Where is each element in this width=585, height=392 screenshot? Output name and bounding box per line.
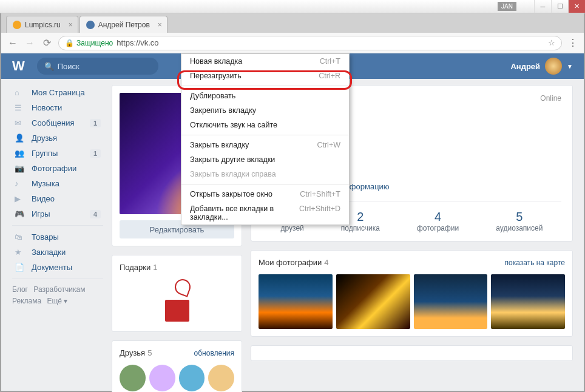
friends-icon: 👤	[15, 133, 25, 143]
shortcut: Ctrl+W	[317, 141, 340, 149]
stat-item[interactable]: 4фотографии	[417, 210, 459, 232]
photos-block: Мои фотографии 4 показать на карте	[251, 250, 573, 337]
menu-item: Закрыть вкладки справа	[181, 167, 349, 181]
forward-icon[interactable]: →	[24, 38, 35, 49]
favicon	[13, 21, 21, 29]
user-badge: JAN	[498, 2, 516, 11]
block-title[interactable]: Подарки 1	[120, 263, 234, 272]
fav-icon: ★	[15, 248, 25, 257]
tab-lumpics[interactable]: Lumpics.ru ×	[6, 16, 78, 33]
video-icon: ▶	[15, 194, 25, 203]
tab-title: Lumpics.ru	[25, 21, 61, 29]
docs-icon: 📄	[15, 263, 25, 272]
stat-item[interactable]: 5аудиозаписей	[496, 210, 543, 232]
market-icon: 🛍	[15, 232, 25, 242]
maximize-button[interactable]: ☐	[551, 0, 568, 13]
footer-link[interactable]: Реклама	[12, 297, 41, 305]
close-icon[interactable]: ×	[69, 21, 73, 29]
friend-avatar[interactable]	[179, 365, 205, 391]
menu-item[interactable]: Открыть закрытое окноCtrl+Shift+T	[181, 187, 349, 201]
menu-item[interactable]: Закрыть другие вкладки	[181, 152, 349, 167]
show-on-map-link[interactable]: показать на карте	[505, 259, 566, 267]
chevron-down-icon: ▼	[567, 63, 573, 70]
sidebar-item[interactable]: 👤Друзья	[12, 130, 103, 146]
friend-avatar[interactable]	[120, 365, 146, 391]
friend-avatar[interactable]	[208, 365, 234, 391]
bookmark-icon[interactable]: ☆	[548, 38, 555, 47]
menu-item[interactable]: Новая вкладкаCtrl+T	[181, 54, 349, 69]
msg-icon: ✉	[15, 118, 25, 127]
footer-link[interactable]: Ещё ▾	[47, 297, 67, 305]
search-input[interactable]: 🔍 Поиск	[37, 58, 158, 75]
menu-item[interactable]: Дублировать	[181, 89, 349, 103]
sidebar-item[interactable]: 🎮Игры4	[12, 206, 103, 221]
friends-block: Друзья 5 обновления	[112, 340, 242, 392]
menu-item[interactable]: Закрепить вкладку	[181, 103, 349, 118]
vk-logo[interactable]: W	[12, 58, 25, 74]
photo-thumb[interactable]	[491, 274, 565, 329]
shortcut: Ctrl+T	[320, 57, 340, 66]
shortcut: Ctrl+Shift+T	[300, 190, 340, 198]
sidebar-item-label: Друзья	[32, 133, 57, 143]
sidebar-item-label: Видео	[32, 194, 55, 203]
secure-badge: 🔒 Защищено	[65, 39, 113, 47]
minimize-button[interactable]: ─	[534, 0, 551, 13]
extra-block	[251, 345, 573, 361]
footer-link[interactable]: Разработчикам	[33, 285, 85, 294]
sidebar-item[interactable]: 📄Документы	[12, 260, 103, 275]
gift-image[interactable]	[159, 279, 195, 322]
sidebar-item-label: Моя Страница	[32, 88, 85, 97]
photo-thumb[interactable]	[336, 274, 410, 329]
divider	[12, 225, 103, 226]
sidebar-item[interactable]: ☰Новости	[12, 100, 103, 115]
games-icon: 🎮	[15, 209, 25, 218]
menu-item[interactable]: Закрыть вкладкуCtrl+W	[181, 138, 349, 152]
photo-icon: 📷	[15, 164, 25, 173]
block-title[interactable]: Друзья 5 обновления	[120, 348, 234, 357]
close-icon[interactable]: ×	[158, 21, 162, 29]
shortcut: Ctrl+R	[319, 72, 340, 80]
sidebar-item-label: Игры	[32, 209, 50, 218]
sidebar-item-label: Группы	[32, 149, 58, 158]
block-title[interactable]: Мои фотографии 4 показать на карте	[259, 258, 565, 267]
tab-vk[interactable]: Андрей Петров ×	[79, 16, 167, 33]
photo-thumb[interactable]	[414, 274, 488, 329]
reload-icon[interactable]: ⟳	[41, 38, 52, 49]
news-icon: ☰	[15, 103, 25, 112]
updates-link[interactable]: обновления	[194, 349, 234, 357]
sidebar-item[interactable]: ★Закладки	[12, 245, 103, 260]
avatar	[545, 58, 562, 75]
count-badge: 1	[90, 149, 101, 158]
close-button[interactable]: ✕	[568, 0, 585, 13]
sidebar-item-label: Закладки	[32, 248, 66, 257]
footer-link[interactable]: Блог	[12, 285, 28, 294]
sidebar-item[interactable]: 🛍Товары	[12, 229, 103, 245]
sidebar-item[interactable]: ⌂Моя Страница	[12, 85, 103, 100]
photos-row	[259, 274, 565, 329]
favicon	[86, 21, 95, 29]
menu-item[interactable]: Добавить все вкладки в закладки...Ctrl+S…	[181, 201, 349, 225]
back-icon[interactable]: ←	[7, 38, 18, 49]
windows-title-bar: JAN ─ ☐ ✕	[0, 0, 585, 13]
gifts-block: Подарки 1	[112, 255, 242, 332]
sidebar: ⌂Моя Страница☰Новости✉Сообщения1👤Друзья👥…	[12, 85, 103, 392]
chrome-menu-icon[interactable]: ⋮	[568, 37, 578, 49]
photo-thumb[interactable]	[259, 274, 333, 329]
header-user[interactable]: Андрей ▼	[510, 58, 573, 75]
sidebar-item[interactable]: 📷Фотографии	[12, 161, 103, 176]
menu-item[interactable]: Отключить звук на сайте	[181, 118, 349, 132]
menu-item[interactable]: ПерезагрузитьCtrl+R	[181, 69, 349, 83]
sidebar-item[interactable]: ✉Сообщения1	[12, 115, 103, 130]
friend-avatar[interactable]	[149, 365, 175, 391]
sidebar-item-label: Документы	[32, 263, 72, 272]
shortcut: Ctrl+Shift+D	[299, 204, 340, 221]
url-input[interactable]: 🔒 Защищено https://vk.co ☆	[58, 36, 562, 50]
friends-row	[120, 365, 234, 391]
count-badge: 1	[90, 119, 101, 127]
tab-title: Андрей Петров	[98, 21, 150, 29]
sidebar-item[interactable]: 👥Группы1	[12, 146, 103, 161]
sidebar-item-label: Музыка	[32, 179, 59, 188]
sidebar-item[interactable]: ♪Музыка	[12, 176, 103, 191]
sidebar-item[interactable]: ▶Видео	[12, 191, 103, 206]
groups-icon: 👥	[15, 149, 25, 158]
